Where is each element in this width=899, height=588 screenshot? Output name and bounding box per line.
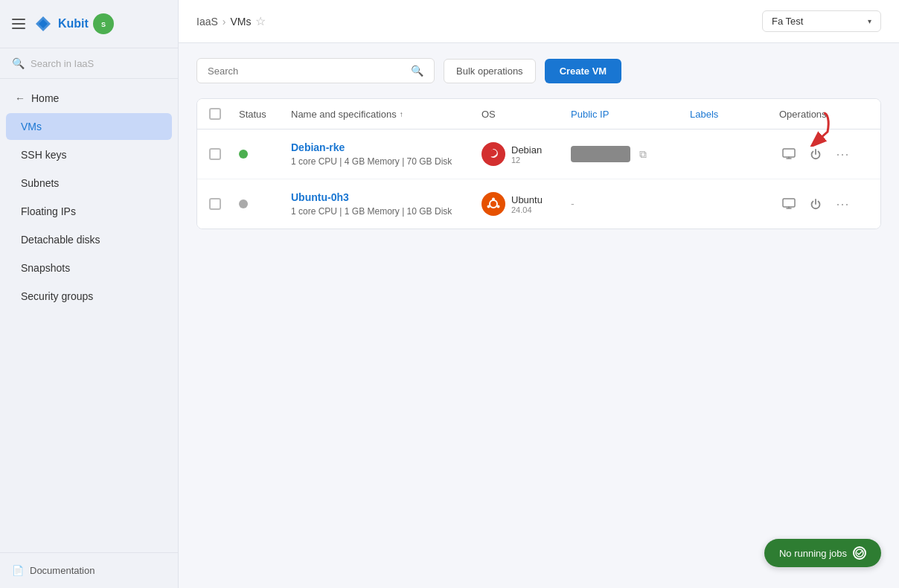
sidebar-item-detachable-disks-label: Detachable disks	[21, 234, 100, 246]
sidebar: Kubit S 🔍 Search in IaaS ← Home	[0, 0, 179, 588]
os-info-debian: Debian 12	[511, 144, 542, 164]
power-button-ubuntu[interactable]	[806, 194, 825, 214]
search-box[interactable]: 🔍	[196, 58, 435, 83]
main-content: IaaS › VMs ☆ Fa Test ▾ 🔍 Bulk operation	[179, 0, 899, 588]
breadcrumb: IaaS › VMs ☆	[196, 14, 755, 28]
favorite-star-icon[interactable]: ☆	[255, 14, 266, 28]
sidebar-header: Kubit S	[0, 0, 178, 48]
sidebar-footer: 📄 Documentation	[0, 552, 178, 588]
documentation-label: Documentation	[30, 565, 95, 576]
table-header: Status Name and specifications ↑ OS Publ…	[197, 99, 880, 130]
sidebar-item-vms-label: VMs	[21, 121, 42, 132]
svg-point-9	[487, 205, 490, 208]
sidebar-item-ssh-keys[interactable]: SSH keys	[6, 141, 172, 168]
sidebar-nav: ← Home VMs SSH keys Subnets Floating IPs…	[0, 79, 178, 552]
table-row[interactable]: Debian-rke 1 core CPU | 4 GB Memory | 70…	[197, 130, 880, 179]
sidebar-item-snapshots[interactable]: Snapshots	[6, 255, 172, 281]
row-checkbox-ubuntu[interactable]	[209, 198, 221, 210]
kubit-logo-text: Kubit	[58, 17, 89, 31]
more-button-ubuntu[interactable]: ⋯	[833, 193, 853, 215]
vm-specs-debian: 1 core CPU | 4 GB Memory | 70 GB Disk	[291, 156, 482, 167]
svg-point-7	[492, 198, 495, 201]
workspace-name: Fa Test	[772, 16, 803, 27]
sidebar-item-subnets-label: Subnets	[21, 177, 59, 189]
svg-text:S: S	[101, 21, 106, 28]
os-version-debian: 12	[511, 156, 542, 164]
os-cell-ubuntu: Ubuntu 24.04	[482, 192, 571, 216]
breadcrumb-vms: VMs	[230, 16, 251, 28]
status-cell-debian	[239, 150, 291, 159]
status-dot-stopped	[239, 199, 248, 208]
documentation-link[interactable]: 📄 Documentation	[12, 565, 166, 576]
secondary-logo-icon: S	[93, 13, 114, 34]
status-cell-ubuntu	[239, 199, 291, 208]
top-bar-right: Fa Test ▾	[762, 10, 881, 32]
status-dot-running	[239, 150, 248, 159]
ip-badge-debian	[571, 146, 630, 162]
sidebar-item-security-groups-label: Security groups	[21, 290, 93, 302]
col-operations: Operations	[779, 109, 868, 120]
col-status: Status	[239, 109, 291, 120]
os-logo-debian	[482, 142, 505, 166]
no-running-jobs-badge[interactable]: No running jobs	[764, 539, 881, 567]
table-row[interactable]: Ubuntu-0h3 1 core CPU | 1 GB Memory | 10…	[197, 179, 880, 229]
ip-cell-ubuntu: -	[571, 198, 690, 210]
sidebar-home-item[interactable]: ← Home	[0, 85, 178, 112]
vm-toolbar: 🔍 Bulk operations Create VM	[196, 58, 881, 83]
col-name[interactable]: Name and specifications ↑	[291, 109, 482, 120]
sidebar-item-detachable-disks[interactable]: Detachable disks	[6, 226, 172, 253]
monitor-icon	[782, 197, 796, 211]
select-all-checkbox[interactable]	[209, 108, 221, 120]
workspace-selector[interactable]: Fa Test ▾	[762, 10, 881, 32]
workspace-dropdown-arrow-icon: ▾	[868, 17, 871, 25]
search-input[interactable]	[208, 65, 405, 77]
sidebar-item-floating-ips[interactable]: Floating IPs	[6, 198, 172, 225]
vm-list-area: 🔍 Bulk operations Create VM Status Name …	[179, 43, 899, 588]
more-dots-icon: ⋯	[836, 146, 850, 162]
breadcrumb-iaas[interactable]: IaaS	[196, 16, 218, 28]
power-icon	[809, 147, 822, 161]
console-button-ubuntu[interactable]	[779, 194, 799, 214]
sidebar-search-icon: 🔍	[12, 57, 25, 69]
sidebar-search-area: 🔍 Search in IaaS	[0, 48, 178, 79]
os-cell-debian: Debian 12	[482, 142, 571, 166]
logo-area: Kubit S	[33, 13, 114, 34]
sidebar-search-placeholder[interactable]: Search in IaaS	[31, 58, 94, 69]
top-bar: IaaS › VMs ☆ Fa Test ▾	[179, 0, 899, 43]
vm-name-ubuntu[interactable]: Ubuntu-0h3	[291, 191, 482, 203]
check-circle-icon	[853, 546, 866, 560]
col-os: OS	[482, 109, 571, 120]
no-ip-indicator: -	[571, 198, 575, 210]
copy-ip-button[interactable]: ⧉	[639, 148, 647, 161]
sidebar-item-snapshots-label: Snapshots	[21, 262, 70, 274]
sidebar-item-subnets[interactable]: Subnets	[6, 170, 172, 196]
more-button-debian[interactable]: ⋯	[833, 143, 853, 165]
row-checkbox-debian[interactable]	[209, 148, 221, 160]
os-version-ubuntu: 24.04	[511, 205, 543, 214]
power-button-debian[interactable]	[806, 144, 825, 164]
vm-name-debian[interactable]: Debian-rke	[291, 141, 482, 153]
col-public-ip[interactable]: Public IP	[571, 109, 690, 120]
sidebar-item-vms[interactable]: VMs	[6, 113, 172, 140]
sidebar-item-security-groups[interactable]: Security groups	[6, 283, 172, 310]
bulk-operations-button[interactable]: Bulk operations	[444, 59, 536, 83]
sidebar-item-ssh-keys-label: SSH keys	[21, 149, 66, 161]
power-icon	[809, 197, 822, 211]
monitor-icon	[782, 147, 796, 161]
col-labels[interactable]: Labels	[690, 109, 779, 120]
kubit-logo-icon	[33, 13, 54, 34]
console-button-debian[interactable]	[779, 144, 799, 164]
home-label: Home	[31, 92, 59, 104]
os-logo-ubuntu	[482, 192, 505, 216]
ops-cell-ubuntu: ⋯	[779, 193, 868, 215]
no-jobs-label: No running jobs	[779, 548, 847, 559]
create-vm-button[interactable]: Create VM	[545, 59, 622, 83]
documentation-icon: 📄	[12, 565, 24, 576]
ops-cell-debian: ⋯	[779, 143, 868, 165]
search-icon[interactable]: 🔍	[411, 65, 423, 77]
hamburger-menu-button[interactable]	[12, 19, 25, 29]
name-cell-debian: Debian-rke 1 core CPU | 4 GB Memory | 70…	[291, 141, 482, 167]
vm-specs-ubuntu: 1 core CPU | 1 GB Memory | 10 GB Disk	[291, 206, 482, 217]
more-dots-icon: ⋯	[836, 196, 850, 212]
svg-point-8	[497, 205, 500, 208]
